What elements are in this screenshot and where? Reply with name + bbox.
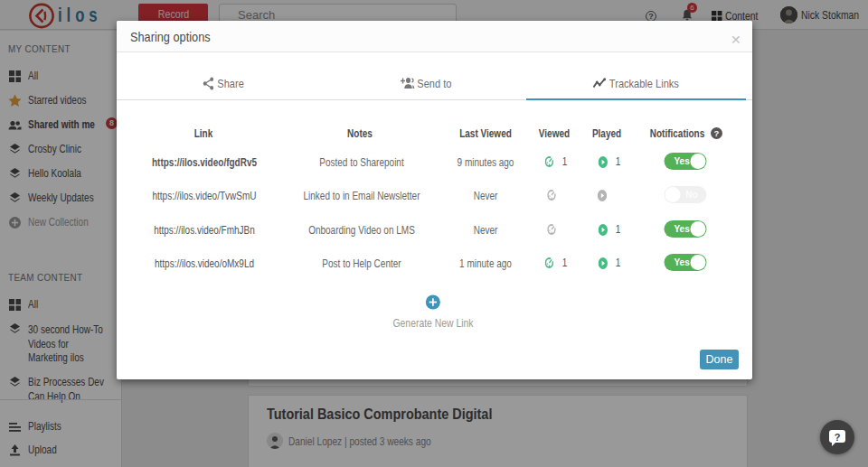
svg-text:?: ? <box>835 432 841 443</box>
